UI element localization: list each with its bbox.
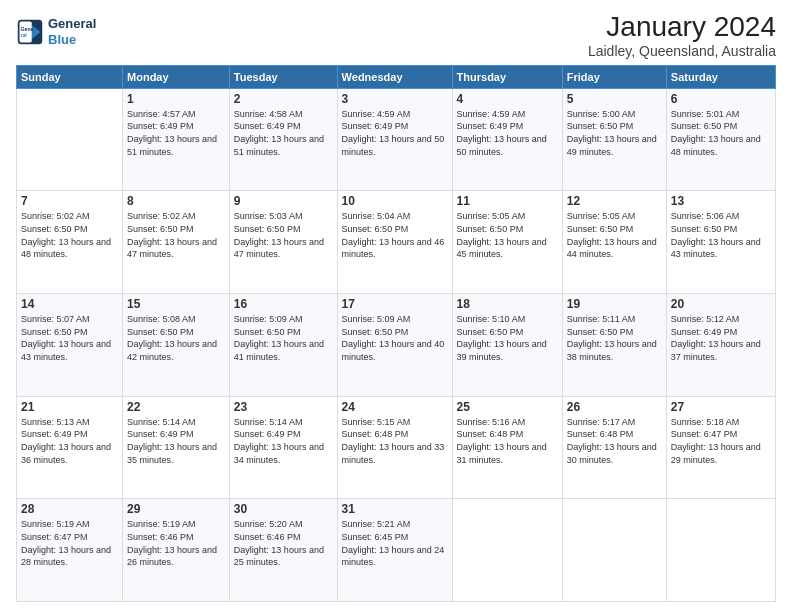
day-info: Sunrise: 5:12 AMSunset: 6:49 PMDaylight:…	[671, 313, 771, 363]
day-cell: 9Sunrise: 5:03 AMSunset: 6:50 PMDaylight…	[229, 191, 337, 294]
day-number: 12	[567, 194, 662, 208]
day-cell: 10Sunrise: 5:04 AMSunset: 6:50 PMDayligh…	[337, 191, 452, 294]
day-number: 15	[127, 297, 225, 311]
header-cell-thursday: Thursday	[452, 65, 562, 88]
day-info: Sunrise: 5:09 AMSunset: 6:50 PMDaylight:…	[234, 313, 333, 363]
svg-text:Gene: Gene	[20, 26, 33, 32]
day-info: Sunrise: 5:05 AMSunset: 6:50 PMDaylight:…	[567, 210, 662, 260]
day-number: 1	[127, 92, 225, 106]
day-info: Sunrise: 5:19 AMSunset: 6:46 PMDaylight:…	[127, 518, 225, 568]
day-cell	[452, 499, 562, 602]
day-info: Sunrise: 5:18 AMSunset: 6:47 PMDaylight:…	[671, 416, 771, 466]
day-info: Sunrise: 5:04 AMSunset: 6:50 PMDaylight:…	[342, 210, 448, 260]
day-cell: 30Sunrise: 5:20 AMSunset: 6:46 PMDayligh…	[229, 499, 337, 602]
day-number: 3	[342, 92, 448, 106]
day-number: 25	[457, 400, 558, 414]
calendar-subtitle: Laidley, Queensland, Australia	[588, 43, 776, 59]
day-cell: 12Sunrise: 5:05 AMSunset: 6:50 PMDayligh…	[562, 191, 666, 294]
day-info: Sunrise: 4:59 AMSunset: 6:49 PMDaylight:…	[342, 108, 448, 158]
day-cell	[17, 88, 123, 191]
day-cell: 2Sunrise: 4:58 AMSunset: 6:49 PMDaylight…	[229, 88, 337, 191]
calendar-title: January 2024	[588, 12, 776, 43]
day-info: Sunrise: 5:15 AMSunset: 6:48 PMDaylight:…	[342, 416, 448, 466]
day-number: 29	[127, 502, 225, 516]
day-info: Sunrise: 5:13 AMSunset: 6:49 PMDaylight:…	[21, 416, 118, 466]
day-cell: 5Sunrise: 5:00 AMSunset: 6:50 PMDaylight…	[562, 88, 666, 191]
header-cell-sunday: Sunday	[17, 65, 123, 88]
day-cell: 15Sunrise: 5:08 AMSunset: 6:50 PMDayligh…	[123, 294, 230, 397]
day-info: Sunrise: 4:57 AMSunset: 6:49 PMDaylight:…	[127, 108, 225, 158]
day-cell: 24Sunrise: 5:15 AMSunset: 6:48 PMDayligh…	[337, 396, 452, 499]
day-info: Sunrise: 5:08 AMSunset: 6:50 PMDaylight:…	[127, 313, 225, 363]
day-cell: 11Sunrise: 5:05 AMSunset: 6:50 PMDayligh…	[452, 191, 562, 294]
header-cell-wednesday: Wednesday	[337, 65, 452, 88]
week-row-5: 28Sunrise: 5:19 AMSunset: 6:47 PMDayligh…	[17, 499, 776, 602]
logo-icon: Gene ral	[16, 18, 44, 46]
day-cell: 22Sunrise: 5:14 AMSunset: 6:49 PMDayligh…	[123, 396, 230, 499]
day-info: Sunrise: 5:00 AMSunset: 6:50 PMDaylight:…	[567, 108, 662, 158]
day-info: Sunrise: 5:06 AMSunset: 6:50 PMDaylight:…	[671, 210, 771, 260]
day-number: 10	[342, 194, 448, 208]
day-info: Sunrise: 5:20 AMSunset: 6:46 PMDaylight:…	[234, 518, 333, 568]
day-number: 26	[567, 400, 662, 414]
day-cell: 17Sunrise: 5:09 AMSunset: 6:50 PMDayligh…	[337, 294, 452, 397]
title-block: January 2024 Laidley, Queensland, Austra…	[588, 12, 776, 59]
day-cell: 14Sunrise: 5:07 AMSunset: 6:50 PMDayligh…	[17, 294, 123, 397]
week-row-1: 1Sunrise: 4:57 AMSunset: 6:49 PMDaylight…	[17, 88, 776, 191]
day-number: 16	[234, 297, 333, 311]
logo-name-line1: General	[48, 16, 96, 32]
day-number: 30	[234, 502, 333, 516]
day-cell: 28Sunrise: 5:19 AMSunset: 6:47 PMDayligh…	[17, 499, 123, 602]
day-cell: 13Sunrise: 5:06 AMSunset: 6:50 PMDayligh…	[666, 191, 775, 294]
calendar-page: Gene ral General Blue January 2024 Laidl…	[0, 0, 792, 612]
day-number: 13	[671, 194, 771, 208]
day-info: Sunrise: 5:01 AMSunset: 6:50 PMDaylight:…	[671, 108, 771, 158]
day-cell: 7Sunrise: 5:02 AMSunset: 6:50 PMDaylight…	[17, 191, 123, 294]
day-cell: 4Sunrise: 4:59 AMSunset: 6:49 PMDaylight…	[452, 88, 562, 191]
header-cell-tuesday: Tuesday	[229, 65, 337, 88]
day-info: Sunrise: 5:21 AMSunset: 6:45 PMDaylight:…	[342, 518, 448, 568]
calendar-table: SundayMondayTuesdayWednesdayThursdayFrid…	[16, 65, 776, 602]
day-number: 23	[234, 400, 333, 414]
day-info: Sunrise: 5:03 AMSunset: 6:50 PMDaylight:…	[234, 210, 333, 260]
day-cell: 25Sunrise: 5:16 AMSunset: 6:48 PMDayligh…	[452, 396, 562, 499]
header-cell-monday: Monday	[123, 65, 230, 88]
week-row-2: 7Sunrise: 5:02 AMSunset: 6:50 PMDaylight…	[17, 191, 776, 294]
day-number: 18	[457, 297, 558, 311]
day-cell	[666, 499, 775, 602]
day-info: Sunrise: 4:58 AMSunset: 6:49 PMDaylight:…	[234, 108, 333, 158]
day-info: Sunrise: 5:14 AMSunset: 6:49 PMDaylight:…	[127, 416, 225, 466]
day-number: 14	[21, 297, 118, 311]
day-cell: 8Sunrise: 5:02 AMSunset: 6:50 PMDaylight…	[123, 191, 230, 294]
day-number: 22	[127, 400, 225, 414]
day-number: 27	[671, 400, 771, 414]
day-number: 7	[21, 194, 118, 208]
day-cell: 29Sunrise: 5:19 AMSunset: 6:46 PMDayligh…	[123, 499, 230, 602]
day-info: Sunrise: 5:14 AMSunset: 6:49 PMDaylight:…	[234, 416, 333, 466]
day-cell: 26Sunrise: 5:17 AMSunset: 6:48 PMDayligh…	[562, 396, 666, 499]
day-cell: 3Sunrise: 4:59 AMSunset: 6:49 PMDaylight…	[337, 88, 452, 191]
day-cell: 16Sunrise: 5:09 AMSunset: 6:50 PMDayligh…	[229, 294, 337, 397]
day-info: Sunrise: 5:11 AMSunset: 6:50 PMDaylight:…	[567, 313, 662, 363]
day-cell: 6Sunrise: 5:01 AMSunset: 6:50 PMDaylight…	[666, 88, 775, 191]
week-row-4: 21Sunrise: 5:13 AMSunset: 6:49 PMDayligh…	[17, 396, 776, 499]
day-cell: 1Sunrise: 4:57 AMSunset: 6:49 PMDaylight…	[123, 88, 230, 191]
week-row-3: 14Sunrise: 5:07 AMSunset: 6:50 PMDayligh…	[17, 294, 776, 397]
day-cell: 21Sunrise: 5:13 AMSunset: 6:49 PMDayligh…	[17, 396, 123, 499]
day-number: 11	[457, 194, 558, 208]
day-cell: 18Sunrise: 5:10 AMSunset: 6:50 PMDayligh…	[452, 294, 562, 397]
day-number: 28	[21, 502, 118, 516]
header-cell-saturday: Saturday	[666, 65, 775, 88]
day-number: 9	[234, 194, 333, 208]
day-info: Sunrise: 5:02 AMSunset: 6:50 PMDaylight:…	[127, 210, 225, 260]
header-row: SundayMondayTuesdayWednesdayThursdayFrid…	[17, 65, 776, 88]
logo-name-line2: Blue	[48, 32, 96, 48]
day-info: Sunrise: 4:59 AMSunset: 6:49 PMDaylight:…	[457, 108, 558, 158]
day-cell: 20Sunrise: 5:12 AMSunset: 6:49 PMDayligh…	[666, 294, 775, 397]
day-info: Sunrise: 5:10 AMSunset: 6:50 PMDaylight:…	[457, 313, 558, 363]
logo: Gene ral General Blue	[16, 16, 96, 47]
day-number: 24	[342, 400, 448, 414]
day-number: 2	[234, 92, 333, 106]
day-info: Sunrise: 5:16 AMSunset: 6:48 PMDaylight:…	[457, 416, 558, 466]
day-number: 17	[342, 297, 448, 311]
